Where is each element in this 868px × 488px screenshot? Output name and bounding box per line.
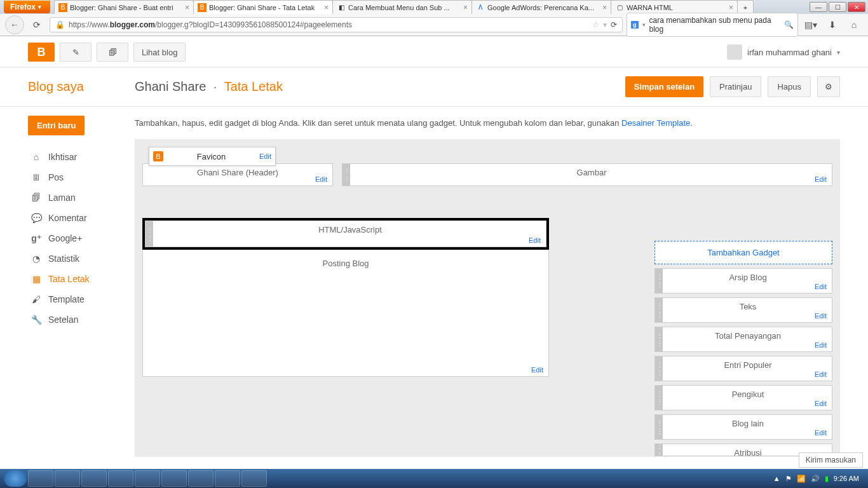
bookmark-icon[interactable]: ☆ xyxy=(592,20,599,29)
comments-icon: 💬 xyxy=(31,212,42,224)
edit-button[interactable]: ✎ xyxy=(60,43,92,62)
chevron-down-icon: ▾ xyxy=(837,49,840,56)
browser-tab[interactable]: ◧Cara Membuat Menu dan Sub ...× xyxy=(332,0,472,14)
sidebar-item-googleplus[interactable]: g⁺Google+ xyxy=(28,228,135,248)
side-gadget[interactable]: PengikutEdit xyxy=(654,385,832,410)
drag-handle[interactable] xyxy=(655,327,663,351)
close-icon[interactable]: × xyxy=(463,3,468,12)
gplus-icon: g⁺ xyxy=(31,233,42,244)
edit-link[interactable]: Edit xyxy=(815,175,827,183)
side-gadget[interactable]: Arsip BlogEdit xyxy=(654,268,832,294)
user-menu[interactable]: irfan muhammad ghani ▾ xyxy=(727,44,840,60)
posts-button[interactable]: 🗐 xyxy=(97,43,128,62)
stats-icon: ◔ xyxy=(31,253,42,264)
feedback-link[interactable]: Kirim masukan xyxy=(799,452,863,466)
close-window-button[interactable]: ✕ xyxy=(848,2,865,12)
preview-button[interactable]: Pratinjau xyxy=(710,76,761,97)
side-gadget[interactable]: Entri PopulerEdit xyxy=(654,356,832,381)
tab-strip: BBlogger: Ghani Share - Buat entri× BBlo… xyxy=(54,0,810,14)
side-gadget[interactable]: Total PenayanganEdit xyxy=(654,327,832,352)
sidebar-item-pages[interactable]: 🗐Laman xyxy=(28,187,135,208)
separator: · xyxy=(214,79,217,93)
htmljs-gadget[interactable]: HTML/JavaScript Edit xyxy=(145,220,546,247)
edit-link[interactable]: Edit xyxy=(815,283,827,290)
drag-handle[interactable] xyxy=(655,444,663,456)
edit-link[interactable]: Edit xyxy=(259,152,271,160)
sidebar-item-overview[interactable]: ⌂Ikhtisar xyxy=(28,147,135,167)
edit-link[interactable]: Edit xyxy=(815,312,827,320)
edit-link[interactable]: Edit xyxy=(315,175,327,183)
edit-link[interactable]: Edit xyxy=(815,341,827,349)
sidebar-item-label: Tata Letak xyxy=(48,274,90,284)
bookmarks-button[interactable]: ▤▾ xyxy=(802,16,820,34)
close-icon[interactable]: × xyxy=(185,3,189,12)
sidebar-item-template[interactable]: 🖌Template xyxy=(28,289,135,309)
drag-handle[interactable] xyxy=(146,221,153,247)
drag-handle[interactable] xyxy=(655,386,663,410)
edit-link[interactable]: Edit xyxy=(531,366,543,374)
home-button[interactable]: ⌂ xyxy=(845,16,863,34)
layout-canvas: B Favicon Edit Ghani Share (Header) Edit… xyxy=(135,139,840,457)
gadget-title: Pengikut xyxy=(664,386,832,403)
template-designer-link[interactable]: Desainer Template xyxy=(621,118,690,128)
edit-link[interactable]: Edit xyxy=(815,400,827,407)
drag-handle[interactable] xyxy=(655,269,663,293)
favicon-gadget[interactable]: B Favicon Edit xyxy=(149,147,276,166)
blog-name[interactable]: Ghani Share xyxy=(135,79,206,93)
edit-link[interactable]: Edit xyxy=(815,429,827,437)
url-bar[interactable]: 🔒 https://www.blogger.com/blogger.g?blog… xyxy=(50,17,623,32)
new-entry-button[interactable]: Entri baru xyxy=(28,116,85,135)
htmljs-gadget-highlight: HTML/JavaScript Edit xyxy=(142,218,549,250)
blogger-logo[interactable]: B xyxy=(28,43,55,62)
my-blogs-link[interactable]: Blog saya xyxy=(28,79,135,94)
back-button[interactable]: ← xyxy=(5,15,24,34)
sidebar-item-stats[interactable]: ◔Statistik xyxy=(28,248,135,269)
window-controls: — ☐ ✕ xyxy=(810,2,868,12)
side-gadget[interactable]: TeksEdit xyxy=(654,297,832,323)
wrench-icon: 🔧 xyxy=(31,314,42,325)
browser-tab[interactable]: ▢WARNA HTML× xyxy=(611,0,738,14)
save-button[interactable]: Simpan setelan xyxy=(625,76,703,97)
main-content: Entri baru ⌂Ikhtisar 🗏Pos 🗐Laman 💬Koment… xyxy=(0,107,868,466)
view-blog-button[interactable]: Lihat blog xyxy=(133,43,186,62)
close-icon[interactable]: × xyxy=(729,3,733,12)
reload-icon[interactable]: ⟳ xyxy=(611,20,617,29)
browser-tab[interactable]: ΛGoogle AdWords: Perencana Ka...× xyxy=(471,0,611,14)
firefox-menu-button[interactable]: Firefox xyxy=(4,1,50,13)
search-icon[interactable]: 🔍 xyxy=(784,20,794,29)
sidebar-item-posts[interactable]: 🗏Pos xyxy=(28,167,135,187)
google-icon: g xyxy=(631,21,639,29)
edit-link[interactable]: Edit xyxy=(815,370,827,378)
new-tab-button[interactable]: + xyxy=(737,0,754,14)
maximize-button[interactable]: ☐ xyxy=(829,2,846,12)
search-text: cara menambahkan sub menu pada blog xyxy=(649,16,781,34)
list-icon: 🗐 xyxy=(109,48,117,57)
browser-tab[interactable]: BBlogger: Ghani Share - Buat entri× xyxy=(54,0,194,14)
drag-handle[interactable] xyxy=(655,356,663,381)
side-gadget[interactable]: Blog lainEdit xyxy=(654,414,832,440)
minimize-button[interactable]: — xyxy=(810,2,827,12)
settings-button[interactable]: ⚙ xyxy=(817,76,840,97)
lock-icon: 🔒 xyxy=(55,20,65,29)
drag-handle[interactable] xyxy=(655,298,663,322)
header-gadget[interactable]: Ghani Share (Header) Edit xyxy=(142,163,333,186)
close-icon[interactable]: × xyxy=(602,3,607,12)
browser-tab-active[interactable]: BBlogger: Ghani Share - Tata Letak× xyxy=(193,0,333,14)
search-bar[interactable]: g ▾ cara menambahkan sub menu pada blog … xyxy=(627,13,798,37)
add-gadget-link[interactable]: Tambahkan Gadget xyxy=(654,241,832,264)
reload-button[interactable]: ⟳ xyxy=(28,16,46,34)
sidebar-item-comments[interactable]: 💬Komentar xyxy=(28,208,135,228)
edit-link[interactable]: Edit xyxy=(529,236,541,244)
drag-handle[interactable] xyxy=(342,164,350,186)
sidebar-item-settings[interactable]: 🔧Setelan xyxy=(28,309,135,330)
close-icon[interactable]: × xyxy=(324,3,329,12)
sidebar-item-layout[interactable]: ▦Tata Letak xyxy=(28,269,135,289)
drag-handle[interactable] xyxy=(655,415,663,439)
image-gadget[interactable]: Gambar Edit xyxy=(342,163,832,186)
gadget-title: Posting Blog xyxy=(148,255,543,272)
posting-blog-gadget[interactable]: Posting Blog Edit xyxy=(142,250,549,377)
content-area: Tambahkan, hapus, edit gadget di blog An… xyxy=(135,116,840,457)
delete-button[interactable]: Hapus xyxy=(768,76,811,97)
tab-title: WARNA HTML xyxy=(627,4,673,11)
downloads-button[interactable]: ⬇ xyxy=(824,16,841,34)
